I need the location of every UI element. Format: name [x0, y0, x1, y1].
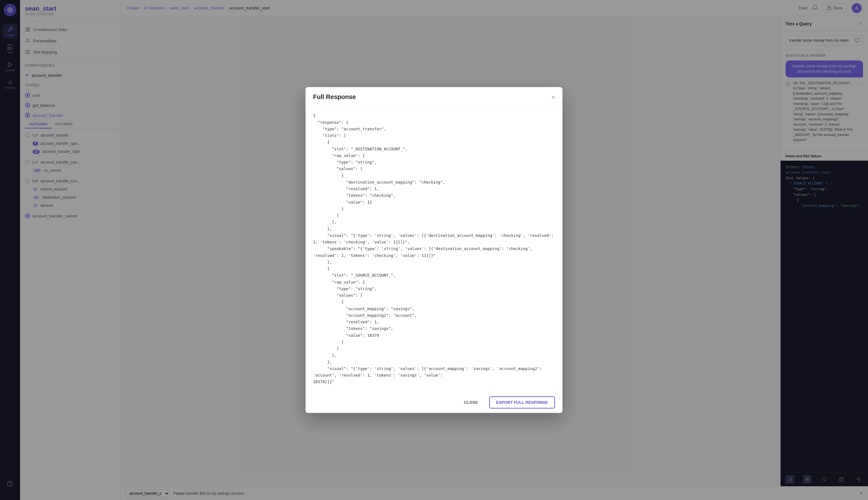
modal-overlay: Full Response × { "response": { "type": …: [0, 0, 868, 500]
modal-footer: CLOSE EXPORT FULL RESPONSE: [305, 391, 563, 413]
modal-title: Full Response: [313, 93, 356, 101]
modal-close-icon[interactable]: ×: [551, 94, 555, 100]
export-button[interactable]: EXPORT FULL RESPONSE: [489, 396, 555, 409]
modal-header: Full Response ×: [305, 87, 563, 106]
modal-content: { "response": { "type": "account_transfe…: [313, 112, 555, 385]
close-button[interactable]: CLOSE: [456, 397, 485, 408]
modal: Full Response × { "response": { "type": …: [305, 87, 563, 412]
modal-body: { "response": { "type": "account_transfe…: [305, 106, 563, 391]
